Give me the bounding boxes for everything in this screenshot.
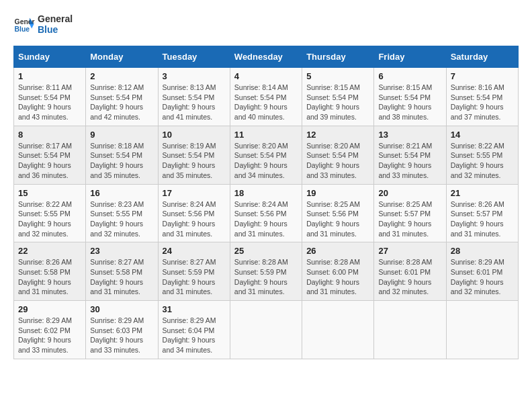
day-number: 3	[163, 71, 226, 81]
day-detail: Sunrise: 8:15 AMSunset: 5:54 PMDaylight:…	[378, 83, 432, 121]
calendar-cell: 15 Sunrise: 8:22 AMSunset: 5:55 PMDaylig…	[14, 184, 86, 242]
day-detail: Sunrise: 8:13 AMSunset: 5:54 PMDaylight:…	[163, 83, 216, 121]
day-detail: Sunrise: 8:27 AMSunset: 5:59 PMDaylight:…	[163, 258, 216, 295]
day-detail: Sunrise: 8:29 AMSunset: 6:03 PMDaylight:…	[90, 316, 144, 354]
header-row: SundayMondayTuesdayWednesdayThursdayFrid…	[14, 46, 519, 68]
col-header-monday: Monday	[86, 46, 158, 68]
day-detail: Sunrise: 8:16 AMSunset: 5:54 PMDaylight:…	[451, 83, 504, 121]
day-detail: Sunrise: 8:21 AMSunset: 5:54 PMDaylight:…	[378, 142, 432, 179]
day-number: 18	[234, 188, 298, 198]
calendar-cell: 28 Sunrise: 8:29 AMSunset: 6:01 PMDaylig…	[446, 242, 518, 301]
calendar-cell: 14 Sunrise: 8:22 AMSunset: 5:55 PMDaylig…	[446, 126, 518, 184]
calendar-cell: 22 Sunrise: 8:26 AMSunset: 5:58 PMDaylig…	[14, 242, 86, 301]
calendar-cell	[230, 301, 302, 359]
logo: General Blue General Blue	[13, 13, 73, 35]
day-detail: Sunrise: 8:23 AMSunset: 5:55 PMDaylight:…	[90, 200, 144, 238]
day-number: 16	[90, 188, 153, 198]
day-detail: Sunrise: 8:15 AMSunset: 5:54 PMDaylight:…	[306, 83, 360, 121]
col-header-tuesday: Tuesday	[158, 46, 230, 68]
day-number: 8	[18, 130, 81, 140]
day-number: 1	[18, 71, 81, 81]
day-detail: Sunrise: 8:22 AMSunset: 5:55 PMDaylight:…	[451, 142, 504, 179]
calendar-cell: 10 Sunrise: 8:19 AMSunset: 5:54 PMDaylig…	[158, 126, 230, 184]
week-row-2: 8 Sunrise: 8:17 AMSunset: 5:54 PMDayligh…	[14, 126, 519, 184]
day-detail: Sunrise: 8:17 AMSunset: 5:54 PMDaylight:…	[18, 142, 72, 179]
day-number: 5	[306, 71, 369, 81]
calendar-cell: 21 Sunrise: 8:26 AMSunset: 5:57 PMDaylig…	[446, 184, 518, 242]
day-number: 28	[451, 246, 514, 256]
day-detail: Sunrise: 8:26 AMSunset: 5:57 PMDaylight:…	[451, 200, 504, 238]
day-detail: Sunrise: 8:12 AMSunset: 5:54 PMDaylight:…	[90, 83, 144, 121]
day-number: 25	[234, 246, 298, 256]
day-detail: Sunrise: 8:22 AMSunset: 5:55 PMDaylight:…	[18, 200, 72, 238]
header: General Blue General Blue	[13, 13, 519, 35]
calendar-cell: 4 Sunrise: 8:14 AMSunset: 5:54 PMDayligh…	[230, 68, 302, 126]
day-number: 23	[90, 246, 153, 256]
logo-icon: General Blue	[13, 13, 35, 35]
calendar-cell	[446, 301, 518, 359]
day-number: 11	[234, 130, 298, 140]
col-header-thursday: Thursday	[302, 46, 374, 68]
day-detail: Sunrise: 8:24 AMSunset: 5:56 PMDaylight:…	[163, 200, 216, 238]
calendar-cell: 3 Sunrise: 8:13 AMSunset: 5:54 PMDayligh…	[158, 68, 230, 126]
calendar-cell	[374, 301, 446, 359]
day-number: 22	[18, 246, 81, 256]
day-number: 17	[163, 188, 226, 198]
day-detail: Sunrise: 8:29 AMSunset: 6:02 PMDaylight:…	[18, 316, 72, 354]
calendar-cell: 24 Sunrise: 8:27 AMSunset: 5:59 PMDaylig…	[158, 242, 230, 301]
calendar-cell: 11 Sunrise: 8:20 AMSunset: 5:54 PMDaylig…	[230, 126, 302, 184]
day-number: 24	[163, 246, 226, 256]
day-number: 9	[90, 130, 153, 140]
day-number: 2	[90, 71, 153, 81]
calendar-cell: 1 Sunrise: 8:11 AMSunset: 5:54 PMDayligh…	[14, 68, 86, 126]
col-header-saturday: Saturday	[446, 46, 518, 68]
week-row-3: 15 Sunrise: 8:22 AMSunset: 5:55 PMDaylig…	[14, 184, 519, 242]
day-number: 31	[163, 304, 226, 314]
col-header-sunday: Sunday	[14, 46, 86, 68]
day-number: 15	[18, 188, 81, 198]
calendar-cell: 16 Sunrise: 8:23 AMSunset: 5:55 PMDaylig…	[86, 184, 158, 242]
calendar-cell: 25 Sunrise: 8:28 AMSunset: 5:59 PMDaylig…	[230, 242, 302, 301]
week-row-5: 29 Sunrise: 8:29 AMSunset: 6:02 PMDaylig…	[14, 301, 519, 359]
day-number: 7	[451, 71, 514, 81]
calendar-cell: 9 Sunrise: 8:18 AMSunset: 5:54 PMDayligh…	[86, 126, 158, 184]
calendar-cell: 2 Sunrise: 8:12 AMSunset: 5:54 PMDayligh…	[86, 68, 158, 126]
day-detail: Sunrise: 8:19 AMSunset: 5:54 PMDaylight:…	[163, 142, 216, 179]
day-detail: Sunrise: 8:26 AMSunset: 5:58 PMDaylight:…	[18, 258, 72, 295]
day-number: 27	[378, 246, 441, 256]
day-number: 26	[306, 246, 369, 256]
day-detail: Sunrise: 8:20 AMSunset: 5:54 PMDaylight:…	[234, 142, 288, 179]
day-number: 21	[451, 188, 514, 198]
day-detail: Sunrise: 8:11 AMSunset: 5:54 PMDaylight:…	[18, 83, 72, 121]
calendar-cell: 30 Sunrise: 8:29 AMSunset: 6:03 PMDaylig…	[86, 301, 158, 359]
day-detail: Sunrise: 8:18 AMSunset: 5:54 PMDaylight:…	[90, 142, 144, 179]
day-number: 10	[163, 130, 226, 140]
calendar-cell: 29 Sunrise: 8:29 AMSunset: 6:02 PMDaylig…	[14, 301, 86, 359]
calendar-cell: 27 Sunrise: 8:28 AMSunset: 6:01 PMDaylig…	[374, 242, 446, 301]
calendar-cell: 7 Sunrise: 8:16 AMSunset: 5:54 PMDayligh…	[446, 68, 518, 126]
day-number: 14	[451, 130, 514, 140]
day-detail: Sunrise: 8:25 AMSunset: 5:56 PMDaylight:…	[306, 200, 360, 238]
calendar-cell: 6 Sunrise: 8:15 AMSunset: 5:54 PMDayligh…	[374, 68, 446, 126]
day-number: 30	[90, 304, 153, 314]
svg-text:Blue: Blue	[15, 26, 30, 33]
col-header-wednesday: Wednesday	[230, 46, 302, 68]
calendar-cell: 26 Sunrise: 8:28 AMSunset: 6:00 PMDaylig…	[302, 242, 374, 301]
day-number: 13	[378, 130, 441, 140]
calendar-cell: 13 Sunrise: 8:21 AMSunset: 5:54 PMDaylig…	[374, 126, 446, 184]
day-detail: Sunrise: 8:29 AMSunset: 6:01 PMDaylight:…	[451, 258, 504, 295]
calendar-cell	[302, 301, 374, 359]
day-number: 4	[234, 71, 298, 81]
calendar-cell: 5 Sunrise: 8:15 AMSunset: 5:54 PMDayligh…	[302, 68, 374, 126]
day-detail: Sunrise: 8:28 AMSunset: 6:01 PMDaylight:…	[378, 258, 432, 295]
day-number: 19	[306, 188, 369, 198]
calendar-cell: 18 Sunrise: 8:24 AMSunset: 5:56 PMDaylig…	[230, 184, 302, 242]
week-row-4: 22 Sunrise: 8:26 AMSunset: 5:58 PMDaylig…	[14, 242, 519, 301]
day-number: 29	[18, 304, 81, 314]
calendar-table: SundayMondayTuesdayWednesdayThursdayFrid…	[13, 46, 519, 359]
day-detail: Sunrise: 8:25 AMSunset: 5:57 PMDaylight:…	[378, 200, 432, 238]
day-detail: Sunrise: 8:14 AMSunset: 5:54 PMDaylight:…	[234, 83, 288, 121]
day-number: 6	[378, 71, 441, 81]
calendar-cell: 8 Sunrise: 8:17 AMSunset: 5:54 PMDayligh…	[14, 126, 86, 184]
calendar-cell: 12 Sunrise: 8:20 AMSunset: 5:54 PMDaylig…	[302, 126, 374, 184]
